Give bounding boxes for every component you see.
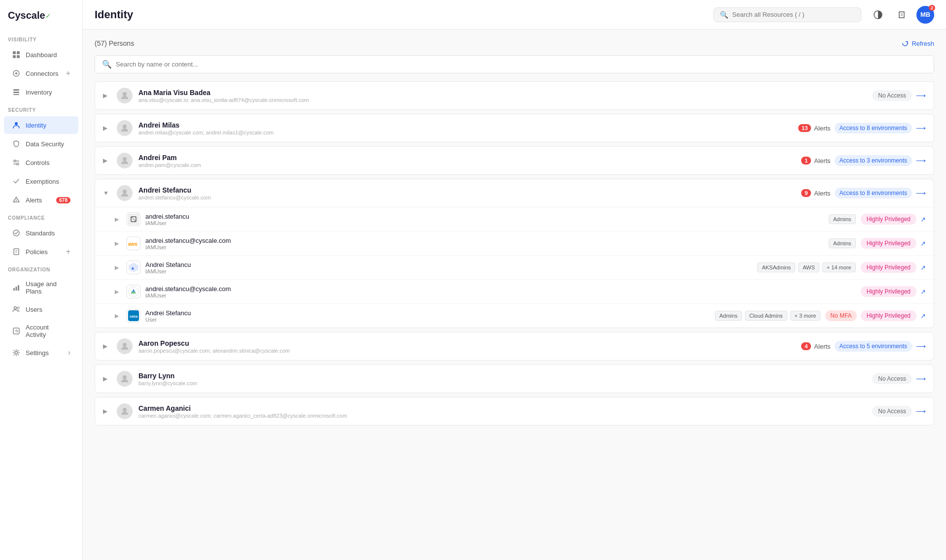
svg-text:okta: okta [130,314,138,319]
policies-add-icon[interactable]: + [66,247,70,256]
expand-icon[interactable]: ▼ [103,190,111,197]
sidebar-item-inventory[interactable]: Inventory [4,83,78,101]
expand-icon[interactable]: ▶ [103,343,111,350]
svg-text:▲: ▲ [131,265,135,270]
sub-role: IAMUser [145,244,824,250]
sub-expand-icon[interactable]: ▶ [115,240,122,247]
sub-row: ▶ andrei.stefancu IAMUser Admins Highly … [95,207,934,231]
external-link-icon[interactable]: ↗ [920,288,926,296]
person-header[interactable]: ▶ Andrei Pam andrei.pam@cyscale.com 1 Al… [95,147,934,174]
navigate-icon[interactable]: ⟶ [916,124,926,132]
person-header[interactable]: ▼ Andrei Stefancu andrei.stefancu@cyscal… [95,179,934,207]
svg-point-9 [14,160,16,162]
svg-rect-21 [18,285,19,291]
sidebar-item-standards[interactable]: Standards [4,224,78,242]
refresh-label: Refresh [912,40,934,47]
alert-count: 13 [798,124,811,132]
external-link-icon[interactable]: ↗ [920,240,926,247]
sidebar-item-identity[interactable]: Identity [4,116,78,134]
person-email: andrei.milas@cyscale.com; andrei.milas1@… [138,130,792,135]
refresh-button[interactable]: Refresh [902,40,934,47]
no-mfa-badge: No MFA [825,310,856,321]
person-name: Carmen Aganici [138,404,866,412]
sidebar-item-alerts-label: Alerts [26,197,42,204]
sub-expand-icon[interactable]: ▶ [115,264,122,271]
navigate-icon[interactable]: ⟶ [916,189,926,197]
sidebar-item-users-label: Users [26,306,42,313]
sub-info: andrei.stefancu@cyscale.com IAMUser [145,285,851,298]
search-input[interactable] [732,11,855,18]
identity-icon [12,121,21,130]
person-right: 13 Alerts Access to 8 environments ⟶ [798,123,926,133]
alert-count: 9 [801,189,811,197]
expand-icon[interactable]: ▶ [103,408,111,415]
alerts-label: Alerts [814,125,830,132]
sidebar-item-account-activity[interactable]: Account Activity [4,319,78,343]
navigate-icon[interactable]: ⟶ [916,407,926,415]
person-avatar [117,185,133,201]
highly-privileged-badge: Highly Privileged [861,262,916,273]
person-row: ▼ Andrei Stefancu andrei.stefancu@cyscal… [95,179,934,328]
logo-text: Cyscale [8,10,45,21]
person-name: Andrei Stefancu [138,186,795,194]
navigate-icon[interactable]: ⟶ [916,92,926,99]
person-header[interactable]: ▶ Barry Lynn barry.lynn@cyscale.com No A… [95,365,934,393]
sub-name: Andrei Stefancu [145,261,752,268]
alerts-badge: 9 Alerts [801,189,830,197]
person-right: 1 Alerts Access to 3 environments ⟶ [801,155,926,166]
account-activity-icon [12,327,21,335]
alert-count: 1 [801,157,811,165]
person-avatar [117,371,133,387]
alert-count: 4 [801,342,811,350]
sub-expand-icon[interactable]: ▶ [115,313,122,319]
content-search-bar[interactable]: 🔍 [95,55,934,73]
svg-rect-20 [16,287,17,291]
sidebar-item-policies[interactable]: Policies + [4,243,78,261]
expand-icon[interactable]: ▶ [103,157,111,164]
person-right: No Access ⟶ [872,373,926,384]
content-search-input[interactable] [116,61,927,68]
sidebar-item-settings[interactable]: Settings › [4,344,78,362]
person-avatar [117,153,133,168]
person-header[interactable]: ▶ Carmen Aganici carmen.aganici@cyscale.… [95,397,934,425]
global-search[interactable]: 🔍 [713,7,861,22]
person-info: Barry Lynn barry.lynn@cyscale.com [138,372,866,386]
dashboard-icon [12,50,21,59]
sidebar-item-alerts[interactable]: Alerts 678 [4,191,78,209]
external-link-icon[interactable]: ↗ [920,264,926,271]
docs-button[interactable] [893,6,911,24]
sub-expand-icon[interactable]: ▶ [115,289,122,295]
highly-privileged-badge: Highly Privileged [861,310,916,321]
sidebar-item-connectors[interactable]: Connectors + [4,65,78,82]
navigate-icon[interactable]: ⟶ [916,375,926,383]
sub-expand-icon[interactable]: ▶ [115,216,122,223]
sidebar-item-exemptions[interactable]: Exemptions [4,172,78,190]
person-row: ▶ Carmen Aganici carmen.aganici@cyscale.… [95,397,934,426]
svg-point-14 [16,202,17,202]
navigate-icon[interactable]: ⟶ [916,342,926,350]
sidebar-item-dashboard[interactable]: Dashboard [4,46,78,64]
external-link-icon[interactable]: ↗ [920,312,926,320]
highly-privileged-badge: Highly Privileged [861,238,916,249]
external-link-icon[interactable]: ↗ [920,216,926,223]
alerts-icon [12,196,21,204]
sidebar-item-users[interactable]: Users [4,300,78,318]
expand-icon[interactable]: ▶ [103,92,111,99]
expand-icon[interactable]: ▶ [103,125,111,132]
sidebar-item-usage[interactable]: Usage and Plans [4,276,78,299]
theme-toggle-button[interactable] [869,6,887,24]
sidebar-item-controls[interactable]: Controls [4,154,78,171]
person-header[interactable]: ▶ Aaron Popescu aaron.popescu@cyscale.co… [95,332,934,360]
connectors-add-icon[interactable]: + [66,69,70,78]
highly-privileged-badge: Highly Privileged [861,214,916,225]
sidebar-item-data-security[interactable]: Data Security [4,135,78,153]
person-header[interactable]: ▶ Andrei Milas andrei.milas@cyscale.com;… [95,114,934,142]
svg-point-43 [123,375,127,379]
svg-point-25 [15,352,18,354]
avatar[interactable]: MB 2 [916,6,934,24]
person-header[interactable]: ▶ Ana Maria Visu Badea ana.visu@cyscale.… [95,82,934,109]
provider-logo [127,212,140,226]
navigate-icon[interactable]: ⟶ [916,157,926,165]
sidebar-item-data-security-label: Data Security [26,140,64,148]
expand-icon[interactable]: ▶ [103,375,111,382]
